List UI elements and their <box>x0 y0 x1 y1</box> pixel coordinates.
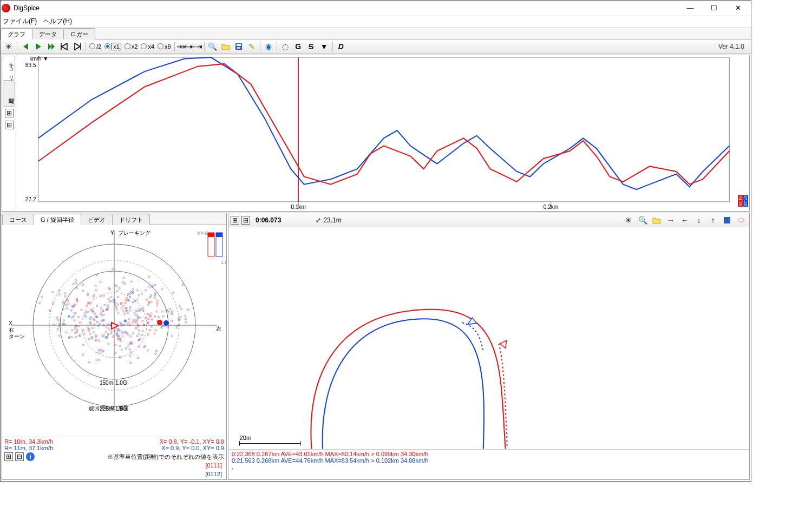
svg-point-325 <box>87 311 89 313</box>
track-map[interactable]: 20m <box>228 227 749 449</box>
svg-point-351 <box>95 335 96 337</box>
tab-g[interactable]: G / 旋回半径 <box>34 214 81 225</box>
g-expand[interactable]: ⊞ <box>4 452 13 461</box>
map-open-icon[interactable] <box>651 214 663 226</box>
globe-icon[interactable]: ◉ <box>263 41 274 52</box>
zoom-half[interactable]: /2 <box>89 43 101 50</box>
play-button[interactable] <box>32 41 44 52</box>
svg-point-370 <box>99 323 100 325</box>
map-expand[interactable]: ⊞ <box>231 216 239 225</box>
svg-point-407 <box>135 310 137 312</box>
fast-forward-button[interactable] <box>45 41 57 52</box>
menu-help[interactable]: ヘルプ(H) <box>43 17 72 26</box>
svg-rect-2 <box>237 47 240 49</box>
step-back-button[interactable] <box>58 41 70 52</box>
svg-point-349 <box>137 325 139 327</box>
s-button[interactable]: S <box>305 41 317 52</box>
svg-point-156 <box>172 292 174 294</box>
speed-chart[interactable]: km/h ▼ 83.5 27.2 0.1km 0.2km 34.30 37.20 <box>16 55 749 211</box>
svg-point-396 <box>141 334 143 335</box>
tab-video[interactable]: ビデオ <box>81 214 113 225</box>
svg-point-235 <box>71 337 73 338</box>
collapse-button[interactable]: ⊟ <box>5 121 14 129</box>
svg-point-89 <box>64 293 66 294</box>
d-button[interactable]: D <box>335 41 347 52</box>
svg-point-271 <box>106 327 107 328</box>
svg-point-149 <box>115 352 116 353</box>
svg-text:150m: 150m <box>100 380 113 386</box>
tab-logger[interactable]: ロガー <box>63 28 95 40</box>
zoom-x2[interactable]: x2 <box>125 43 138 50</box>
svg-point-341 <box>150 301 152 302</box>
svg-point-158 <box>148 318 149 320</box>
target-icon[interactable]: ◌ <box>279 41 291 52</box>
tab-drift[interactable]: ドリフト <box>112 214 150 225</box>
arrow-left-icon[interactable]: ← <box>679 214 691 226</box>
marker-icon[interactable]: ✎ <box>246 41 258 52</box>
svg-point-299 <box>142 307 144 308</box>
svg-point-383 <box>84 316 86 318</box>
svg-point-304 <box>66 304 67 306</box>
svg-point-343 <box>89 318 91 319</box>
map-collapse[interactable]: ⊟ <box>241 216 250 225</box>
magnifier-icon[interactable]: 🔍 <box>207 41 219 52</box>
svg-point-114 <box>119 288 120 289</box>
svg-point-226 <box>66 332 67 333</box>
vtab-time[interactable]: 時間 <box>3 82 15 107</box>
svg-point-106 <box>116 285 117 287</box>
svg-point-297 <box>122 335 123 337</box>
expand-button[interactable]: ⊞ <box>5 109 14 117</box>
g-button[interactable]: G <box>292 41 304 52</box>
svg-point-379 <box>109 301 110 302</box>
zoom-x1[interactable]: x1 <box>104 43 121 50</box>
g-plot[interactable]: 150m 1.0G 225m 1.5G Y ブレーキング X 右 ターン 左 加… <box>2 225 226 437</box>
maximize-button[interactable]: ☐ <box>702 1 726 16</box>
svg-point-334 <box>98 349 100 351</box>
svg-point-141 <box>129 310 131 311</box>
svg-point-189 <box>139 333 140 334</box>
dropdown-icon[interactable]: ▼ <box>318 41 330 52</box>
info-icon[interactable]: i <box>26 452 35 461</box>
svg-point-157 <box>101 320 102 322</box>
svg-point-355 <box>83 344 84 346</box>
vtab-distance[interactable]: キョリ <box>3 56 15 81</box>
g-collapse[interactable]: ⊟ <box>15 452 24 461</box>
svg-point-278 <box>71 317 73 318</box>
arrow-up-icon[interactable]: ↑ <box>707 214 719 226</box>
snap-icon[interactable]: ✳ <box>3 41 15 52</box>
svg-point-236 <box>138 330 140 331</box>
arrow-down-icon[interactable]: ↓ <box>693 214 705 226</box>
svg-point-348 <box>75 282 77 284</box>
link-icon[interactable]: ⬭ <box>735 214 747 226</box>
svg-point-191 <box>78 316 80 318</box>
step-fwd-button[interactable] <box>71 41 83 52</box>
arrow-right-icon[interactable]: → <box>665 214 677 226</box>
menu-file[interactable]: ファイル(F) <box>3 17 37 26</box>
zoom-x8[interactable]: x8 <box>158 43 171 50</box>
rewind-full-button[interactable] <box>19 41 31 52</box>
open-folder-button[interactable] <box>220 41 232 52</box>
svg-text:右: 右 <box>9 327 14 333</box>
tab-graph[interactable]: グラフ <box>1 28 32 40</box>
g-panel: コース G / 旋回半径 ビデオ ドリフト 15 <box>2 213 227 480</box>
svg-point-359 <box>121 308 122 310</box>
svg-point-195 <box>111 300 113 302</box>
app-window: DigSpice — ☐ ✕ ファイル(F) ヘルプ(H) グラフ データ ロガ… <box>0 0 751 482</box>
map-save-icon[interactable] <box>721 214 733 226</box>
zoom-x4[interactable]: x4 <box>141 43 154 50</box>
align-in-icon[interactable]: ⇥⇤ <box>177 41 189 52</box>
tab-data[interactable]: データ <box>32 28 64 40</box>
save-button[interactable] <box>233 41 245 52</box>
minimize-button[interactable]: — <box>678 1 702 16</box>
svg-point-105 <box>185 318 186 320</box>
map-zoom-icon[interactable]: 🔍 <box>637 214 649 226</box>
svg-point-231 <box>110 332 112 334</box>
align-out-icon[interactable]: ⇤⇥ <box>190 41 202 52</box>
close-button[interactable]: ✕ <box>726 1 750 16</box>
svg-text:0.2km: 0.2km <box>543 204 559 210</box>
map-snap-icon[interactable]: ✳ <box>623 214 634 226</box>
tab-course[interactable]: コース <box>2 214 34 225</box>
svg-text:左: 左 <box>216 326 221 332</box>
svg-point-372 <box>185 315 186 317</box>
svg-point-75 <box>86 305 88 306</box>
